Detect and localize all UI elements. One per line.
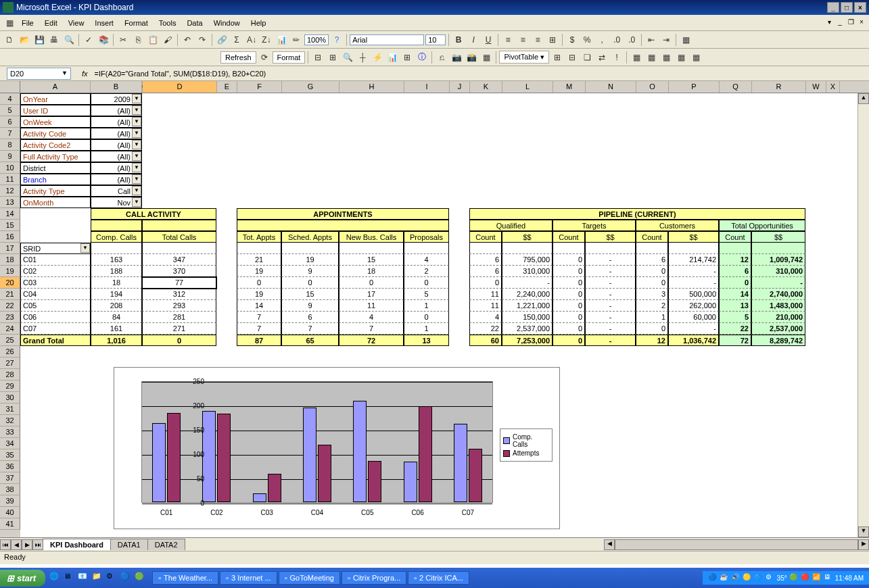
ta-19[interactable]: 19	[237, 266, 281, 277]
row-header-11[interactable]: 11	[0, 174, 20, 185]
filter-label-6[interactable]: OnWeek	[20, 116, 91, 128]
total-calls-header[interactable]: Total Calls	[142, 231, 216, 243]
gt-cc[interactable]: 12	[636, 335, 668, 346]
tray-icon-8[interactable]: 🔴	[801, 573, 810, 583]
pt-icon-8[interactable]: ▦	[659, 51, 673, 64]
pipe-sub-5[interactable]: $$	[668, 231, 719, 243]
copy-icon[interactable]: ⎘	[131, 33, 145, 47]
tray-icon-2[interactable]: ☕	[720, 573, 729, 583]
cd-18[interactable]: 214,742	[668, 254, 719, 266]
sa-22[interactable]: 9	[281, 300, 339, 312]
od-21[interactable]: 2,740,000	[751, 289, 805, 300]
taskbar-item-4[interactable]: ▫2 Citrix ICA...	[408, 571, 469, 585]
ql-icon-7[interactable]: 🟢	[135, 572, 147, 584]
qc-20[interactable]: 0	[469, 277, 502, 289]
col-header-N[interactable]: N	[586, 81, 636, 93]
gt-td[interactable]: -	[585, 335, 636, 346]
srid-C06[interactable]: C06	[20, 312, 91, 323]
col-header-K[interactable]: K	[470, 81, 502, 93]
tot-24[interactable]: 271	[142, 323, 216, 335]
tb2-icon-6[interactable]: ⊞	[400, 51, 414, 64]
pipe-17-12[interactable]	[553, 243, 585, 254]
system-tray[interactable]: 🔵 ☕ 🔊 🟡 🔷 ⚙ 35° 🟢 🔴 📶 🖥 11:48 AM	[703, 571, 869, 585]
help-input-icon[interactable]: ▾	[824, 18, 834, 28]
row-header-24[interactable]: 24	[0, 323, 20, 335]
ta-23[interactable]: 7	[237, 312, 281, 323]
oc-21[interactable]: 14	[719, 289, 751, 300]
tray-icon-7[interactable]: 🟢	[789, 573, 799, 583]
cc-20[interactable]: 0	[636, 277, 668, 289]
pr-24[interactable]: 1	[404, 323, 449, 335]
hscroll-left-button[interactable]: ◀	[604, 539, 615, 550]
col-header-G[interactable]: G	[282, 81, 339, 93]
appt-col-3[interactable]: Proposals	[404, 231, 449, 243]
filter-label-4[interactable]: OnYear	[20, 93, 91, 105]
tray-icon-5[interactable]: 🔷	[754, 573, 764, 583]
filter-label-12[interactable]: Activity Type	[20, 185, 91, 197]
filter-label-8[interactable]: Activity Code2	[20, 139, 91, 151]
taskbar-item-3[interactable]: ▫Citrix Progra...	[342, 571, 406, 585]
col-header-E[interactable]: E	[217, 81, 237, 93]
menu-insert[interactable]: Insert	[89, 18, 119, 28]
row-header-7[interactable]: 7	[0, 128, 20, 139]
pipe-17-13[interactable]	[585, 243, 636, 254]
pipe-17-10[interactable]	[469, 243, 502, 254]
pipe-17-16[interactable]	[719, 243, 751, 254]
td-20[interactable]: -	[585, 277, 636, 289]
pivottable-button[interactable]: PivotTable ▾	[499, 51, 549, 64]
sa-21[interactable]: 15	[281, 289, 339, 300]
srid-C02[interactable]: C02	[20, 266, 91, 277]
increase-decimal-icon[interactable]: .0	[610, 33, 624, 47]
menu-help[interactable]: Help	[245, 18, 272, 28]
row-header-9[interactable]: 9	[0, 151, 20, 162]
pipe-sub-1[interactable]: $$	[502, 231, 553, 243]
vertical-scrollbar[interactable]: ▲ ▼	[858, 93, 869, 537]
sa-24[interactable]: 7	[281, 323, 339, 335]
col-header-H[interactable]: H	[339, 81, 404, 93]
nb-23[interactable]: 4	[339, 312, 404, 323]
row-header-23[interactable]: 23	[0, 312, 20, 323]
pt-icon-9[interactable]: ▦	[674, 51, 688, 64]
menu-window[interactable]: Window	[208, 18, 245, 28]
pt-icon-10[interactable]: ▦	[689, 51, 703, 64]
gt-sa[interactable]: 65	[281, 335, 339, 346]
comp-24[interactable]: 161	[91, 323, 142, 335]
menu-data[interactable]: Data	[181, 18, 208, 28]
filter-label-7[interactable]: Activity Code	[20, 128, 91, 139]
filter-label-9[interactable]: Full Activity Type	[20, 151, 91, 162]
sa-20[interactable]: 0	[281, 277, 339, 289]
tray-icon-6[interactable]: ⚙	[766, 573, 775, 583]
hscroll-right-button[interactable]: ▶	[858, 539, 869, 550]
srid-C03[interactable]: C03	[20, 277, 91, 289]
col-header-L[interactable]: L	[502, 81, 553, 93]
row-header-39[interactable]: 39	[0, 495, 20, 507]
tc-24[interactable]: 0	[553, 323, 585, 335]
sa-23[interactable]: 6	[281, 312, 339, 323]
filter-dropdown-icon[interactable]: ▼	[132, 151, 141, 161]
nb-21[interactable]: 17	[339, 289, 404, 300]
pipe-sub-7[interactable]: $$	[751, 231, 805, 243]
pr-19[interactable]: 2	[404, 266, 449, 277]
nb-22[interactable]: 11	[339, 300, 404, 312]
decrease-decimal-icon[interactable]: .0	[625, 33, 638, 47]
qd-22[interactable]: 1,221,000	[502, 300, 553, 312]
gt-nb[interactable]: 72	[339, 335, 404, 346]
pr-23[interactable]: 0	[404, 312, 449, 323]
pt-icon-2[interactable]: ⊟	[565, 51, 579, 64]
gt-ta[interactable]: 87	[237, 335, 281, 346]
menu-tools[interactable]: Tools	[154, 18, 182, 28]
filter-dropdown-icon[interactable]: ▼	[132, 174, 141, 184]
zoom-dropdown[interactable]: 100%	[304, 34, 329, 45]
tc-22[interactable]: 0	[553, 300, 585, 312]
filter-dropdown-icon[interactable]: ▼	[132, 128, 141, 138]
od-18[interactable]: 1,009,742	[751, 254, 805, 266]
filter-dropdown-icon[interactable]: ▼	[132, 105, 141, 115]
tc-20[interactable]: 0	[553, 277, 585, 289]
gt-tot[interactable]: 0	[142, 335, 216, 346]
comp-20[interactable]: 18	[91, 277, 142, 289]
comp-19[interactable]: 188	[91, 266, 142, 277]
sort-asc-icon[interactable]: A↓	[245, 33, 258, 47]
preview-icon[interactable]: 🔍	[62, 33, 76, 47]
font-name-dropdown[interactable]: Arial	[350, 34, 424, 45]
ql-icon-4[interactable]: 📁	[92, 572, 104, 584]
